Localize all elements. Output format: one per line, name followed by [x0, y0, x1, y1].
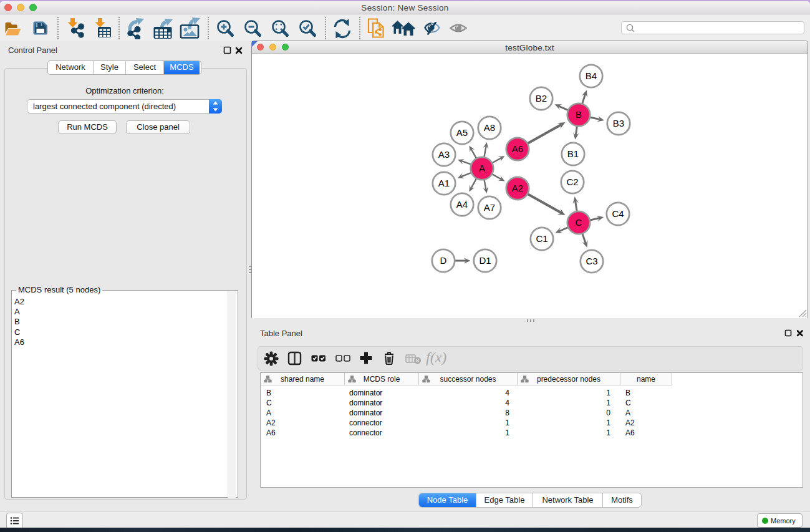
svg-text:D: D — [440, 255, 447, 266]
svg-text:D1: D1 — [479, 255, 491, 266]
svg-text:A1: A1 — [438, 178, 450, 188]
svg-text:A6: A6 — [512, 143, 523, 154]
svg-text:B: B — [576, 109, 582, 120]
svg-text:A7: A7 — [484, 202, 495, 213]
svg-text:B1: B1 — [567, 148, 579, 159]
svg-text:B4: B4 — [586, 70, 597, 81]
svg-text:C1: C1 — [536, 233, 547, 244]
svg-text:C: C — [576, 217, 582, 228]
svg-text:A: A — [479, 163, 485, 173]
svg-text:C3: C3 — [586, 256, 597, 266]
svg-text:B2: B2 — [536, 93, 547, 104]
svg-text:A3: A3 — [438, 149, 450, 160]
svg-text:A2: A2 — [512, 183, 523, 193]
svg-text:C2: C2 — [566, 177, 578, 187]
svg-text:A8: A8 — [484, 122, 495, 133]
svg-text:C4: C4 — [612, 208, 624, 219]
svg-text:A5: A5 — [456, 127, 468, 138]
svg-text:A4: A4 — [456, 199, 468, 210]
svg-text:B3: B3 — [613, 118, 624, 128]
